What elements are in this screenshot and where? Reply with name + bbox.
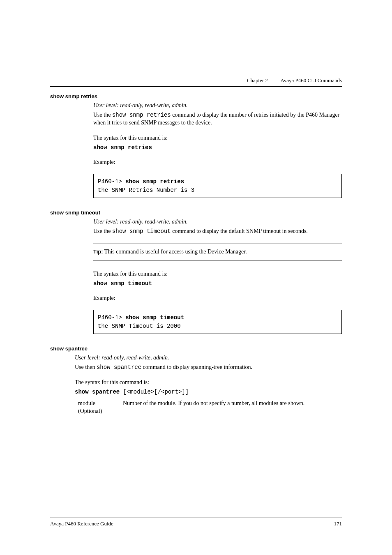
user-level-timeout: User level: read-only, read-write, admin… [93, 218, 342, 226]
example-box-timeout: P460-1> show snmp timeout the SNMP Timeo… [93, 310, 342, 334]
syntax-args-spantree: [<module>[/<port>]] [120, 389, 189, 395]
tip-label: Tip: [93, 249, 103, 255]
example-output: the SNMP Retries Number is 3 [98, 186, 337, 194]
example-output: the SNMP Timeout is 2000 [98, 322, 337, 330]
param-col1: module (Optional) [75, 400, 123, 415]
param-desc: Number of the module. If you do not spec… [123, 400, 342, 415]
tip-rule-bottom [93, 260, 342, 260]
syntax-cmd-timeout: show snmp timeout [93, 280, 342, 288]
example-label-retries: Example: [93, 159, 342, 166]
section-body-spantree: User level: read-only, read-write, admin… [75, 354, 342, 415]
user-level-retries: User level: read-only, read-write, admin… [93, 102, 342, 110]
chapter-label: Chapter 2 [247, 77, 268, 83]
section-heading-retries: show snmp retries [50, 93, 342, 99]
section-heading-spantree: show spantree [50, 345, 342, 352]
page-header: Chapter 2 Avaya P460 CLI Commands [247, 77, 342, 84]
syntax-label-spantree: The syntax for this command is: [75, 379, 342, 387]
param-note: (Optional) [78, 408, 123, 415]
example-cmd: show snmp retries [125, 178, 184, 185]
desc-spantree: Use then show spantree command to displa… [75, 364, 342, 371]
user-level-spantree: User level: read-only, read-write, admin… [75, 354, 342, 362]
chapter-title: Avaya P460 CLI Commands [280, 77, 342, 83]
example-label-timeout: Example: [93, 295, 342, 302]
desc-pre: Use then [75, 364, 97, 370]
desc-pre: Use the [93, 228, 112, 234]
footer-rule [50, 518, 342, 518]
desc-cmd: show spantree [97, 364, 141, 371]
footer-row: Avaya P460 Reference Guide 171 [50, 520, 342, 527]
param-name: module [78, 400, 123, 408]
example-line1: P460-1> show snmp timeout [98, 313, 337, 322]
footer-left: Avaya P460 Reference Guide [50, 520, 113, 527]
syntax-label-retries: The syntax for this command is: [93, 134, 342, 142]
page-content: show snmp retries User level: read-only,… [50, 76, 342, 415]
desc-post: command to display spanning-tree informa… [141, 364, 252, 370]
syntax-cmd-retries: show snmp retries [93, 144, 342, 152]
desc-timeout: Use the show snmp timeout command to dis… [93, 228, 342, 235]
example-box-retries: P460-1> show snmp retries the SNMP Retri… [93, 174, 342, 198]
desc-cmd: show snmp retries [112, 112, 171, 118]
tip-text: This command is useful for access using … [103, 249, 247, 255]
section-body-retries: User level: read-only, read-write, admin… [93, 102, 342, 198]
param-table: module (Optional) Number of the module. … [75, 400, 342, 415]
desc-cmd: show snmp timeout [112, 228, 171, 235]
tip-line: Tip: This command is useful for access u… [93, 244, 342, 256]
header-rule [50, 86, 342, 87]
page-footer: Avaya P460 Reference Guide 171 [50, 518, 342, 527]
syntax-line-spantree: show spantree [<module>[/<port>]] [75, 388, 342, 396]
example-prompt: P460-1> [98, 314, 125, 321]
desc-pre: Use the [93, 112, 112, 118]
desc-retries: Use the show snmp retries command to dis… [93, 111, 342, 127]
footer-page-number: 171 [334, 520, 342, 527]
section-heading-timeout: show snmp timeout [50, 210, 342, 216]
example-prompt: P460-1> [98, 178, 125, 185]
desc-post: command to display the default SNMP time… [171, 228, 308, 234]
syntax-cmd-spantree: show spantree [75, 389, 120, 395]
example-cmd: show snmp timeout [125, 314, 184, 321]
section-body-timeout: User level: read-only, read-write, admin… [93, 218, 342, 334]
syntax-label-timeout: The syntax for this command is: [93, 270, 342, 278]
example-line1: P460-1> show snmp retries [98, 177, 337, 186]
